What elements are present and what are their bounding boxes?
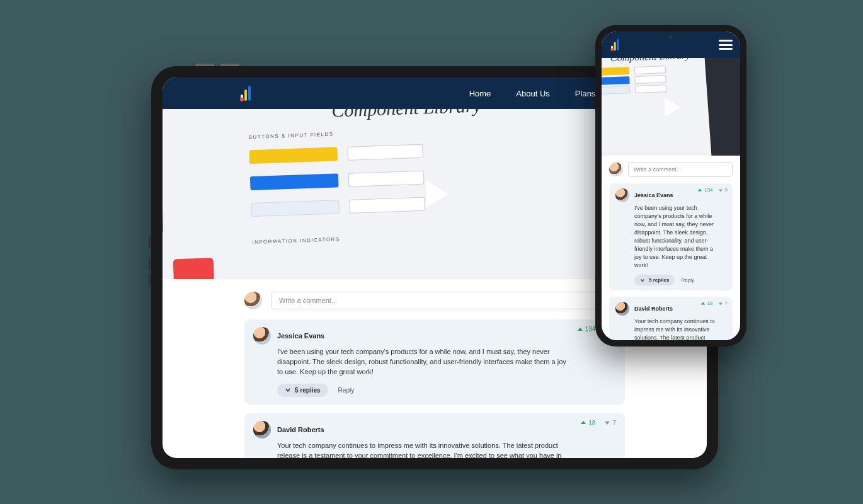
hero-title: Component Library [331, 109, 482, 122]
comment-author: David Roberts [634, 306, 673, 312]
svg-rect-1 [244, 89, 247, 101]
svg-rect-2 [248, 86, 251, 101]
comment-body: I've been using your tech company's prod… [634, 204, 720, 270]
comment-author: Jessica Evans [634, 192, 673, 198]
demo-box-2 [348, 171, 425, 187]
upvote-button[interactable]: 18 [580, 420, 595, 427]
downvote-button[interactable]: 7 [604, 420, 616, 427]
comment-card: David Roberts 18 7 Your tech company con… [244, 413, 625, 458]
demo-yellow-button [249, 147, 338, 164]
play-button[interactable] [414, 174, 455, 214]
avatar [253, 327, 271, 345]
hamburger-menu-icon[interactable] [719, 40, 733, 50]
current-user-avatar [244, 292, 262, 309]
reply-link[interactable]: Reply [338, 387, 355, 394]
comment-author: Jessica Evans [277, 332, 324, 340]
comment-body: Your tech company continues to impress m… [634, 318, 720, 340]
hero-section-info: INFORMATION INDICATORS [252, 229, 569, 246]
comment-input[interactable]: Write a comment... [628, 162, 733, 177]
chevron-down-icon [640, 278, 645, 283]
comment-body: I've been using your tech company's prod… [277, 347, 572, 377]
upvote-button[interactable]: 18 [700, 301, 713, 306]
downvote-button[interactable]: 5 [718, 187, 728, 193]
demo-box-1 [347, 144, 423, 161]
svg-rect-6 [617, 39, 619, 50]
demo-light-button [251, 200, 340, 217]
comment-card: Jessica Evans 134 5 I've been using your… [609, 183, 733, 290]
reply-link[interactable]: Reply [681, 277, 694, 283]
phone-video-hero: Component Library [602, 58, 740, 156]
nav-plans[interactable]: Plans [575, 89, 596, 98]
svg-point-7 [610, 48, 614, 51]
chevron-down-icon [285, 387, 291, 393]
replies-toggle[interactable]: 5 replies [634, 275, 675, 285]
demo-box-3 [349, 197, 425, 214]
comment-input-row: Write a comment... [244, 292, 625, 309]
comment-card: David Roberts 18 7 Your tech company con… [609, 297, 733, 340]
avatar [615, 302, 629, 316]
hero-left-cards [163, 188, 215, 279]
comment-author: David Roberts [277, 426, 324, 433]
comment-card: Jessica Evans 134 5 I've been using your… [244, 319, 625, 404]
hero-title: Component Library [602, 58, 707, 64]
downvote-button[interactable]: 7 [718, 301, 728, 306]
replies-toggle[interactable]: 5 replies [277, 384, 328, 397]
phone-screen: Component Library Write a comment... Jes… [602, 32, 740, 340]
comment-input[interactable]: Write a comment... [271, 292, 625, 309]
upvote-button[interactable]: 134 [697, 187, 712, 193]
avatar [253, 421, 271, 438]
avatar [615, 188, 629, 202]
upvote-button[interactable]: 134 [577, 326, 596, 333]
demo-blue-button [250, 173, 339, 190]
logo-icon [238, 84, 254, 102]
nav-home[interactable]: Home [469, 89, 491, 98]
hero-section-buttons: BUTTONS & INPUT FIELDS [249, 123, 566, 140]
logo-icon [609, 38, 622, 52]
comment-body: Your tech company continues to impress m… [277, 441, 572, 458]
comment-input-row: Write a comment... [609, 162, 733, 177]
phone-comments-section: Write a comment... Jessica Evans 134 5 [602, 156, 740, 340]
svg-rect-5 [614, 42, 616, 50]
play-button[interactable] [657, 93, 685, 121]
nav-about[interactable]: About Us [516, 89, 549, 98]
phone-navbar [602, 32, 740, 58]
phone-device-frame: Component Library Write a comment... Jes… [595, 25, 746, 346]
current-user-avatar [609, 163, 623, 176]
svg-point-3 [240, 98, 244, 101]
